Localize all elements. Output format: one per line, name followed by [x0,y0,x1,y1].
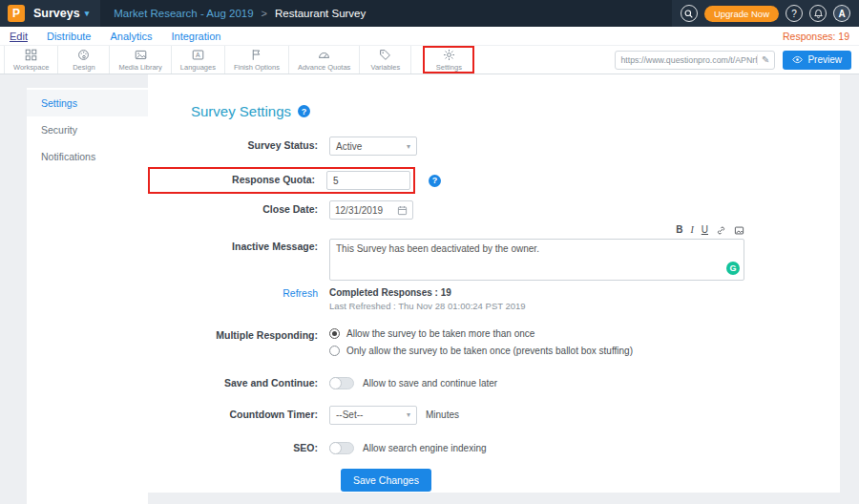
tab-edit[interactable]: Edit [10,31,28,42]
quota-gauge-icon [318,48,330,61]
response-quota-label: Response Quota: [150,174,326,187]
avatar[interactable]: A [833,5,850,22]
survey-toolbar: Workspace Design Media Library A Languag… [0,46,859,74]
refresh-row: Refresh Completed Responses : 19 Last Re… [148,287,840,311]
countdown-timer-row: Countdown Timer: --Set-- ▾ Minutes [148,406,840,425]
breadcrumb-folder[interactable]: Market Research - Aug 2019 [114,8,253,19]
survey-status-row: Survey Status: Active ▾ [148,136,840,156]
questionpro-app: P Surveys ▾ Market Research - Aug 2019 >… [0,0,859,504]
main-nav: Edit Distribute Analytics Integration Re… [0,27,859,46]
seo-label: SEO: [148,442,329,455]
close-date-input[interactable]: 12/31/2019 [329,200,413,220]
toolbar-item-workspace[interactable]: Workspace [4,46,58,74]
countdown-timer-select[interactable]: --Set-- ▾ [329,406,417,425]
grammarly-icon[interactable]: G [726,262,740,275]
last-refreshed-text: Last Refreshed : Thu Nov 28 01:00:24 PST… [329,301,526,311]
countdown-minutes-text: Minutes [426,410,459,420]
upgrade-now-button[interactable]: Upgrade Now [704,6,779,22]
surveys-menu[interactable]: Surveys ▾ [33,7,89,20]
sidebar-item-security[interactable]: Security [27,116,148,143]
survey-status-select[interactable]: Active ▾ [329,136,417,156]
seo-toggle[interactable] [329,442,354,454]
toolbar-item-settings[interactable]: Settings [423,46,474,74]
workspace-grid-icon [25,48,37,61]
toolbar-label: Design [73,63,94,72]
panel-title-row: Survey Settings ? [191,103,840,119]
toolbar-item-variables[interactable]: Variables [360,46,411,74]
tab-distribute[interactable]: Distribute [47,31,91,42]
page-title: Survey Settings [191,103,291,119]
preview-button[interactable]: Preview [783,51,851,70]
help-icon[interactable]: ? [786,5,803,22]
edit-url-pencil-icon[interactable]: ✎ [757,54,769,65]
save-changes-button[interactable]: Save Changes [341,469,431,492]
inactive-message-row: Inactive Message: B I U This [148,224,840,281]
save-continue-text: Allow to save and continue later [363,378,497,388]
multiple-responding-options: Allow the survey to be taken more than o… [329,328,633,356]
save-continue-toggle[interactable] [329,377,354,389]
seo-row: SEO: Allow search engine indexing [148,442,840,455]
toolbar-right-group: https://www.questionpro.com/t/APNrfZ ✎ P… [615,46,859,74]
toolbar-item-media-library[interactable]: Media Library [110,46,171,74]
inactive-message-label: Inactive Message: [148,224,329,254]
notifications-bell-icon[interactable] [809,5,827,22]
calendar-icon [397,205,408,216]
toolbar-item-advance-quotas[interactable]: Advance Quotas [289,46,360,74]
bold-button[interactable]: B [676,225,682,235]
response-quota-help-icon[interactable]: ? [429,175,441,187]
refresh-link[interactable]: Refresh [283,287,318,299]
title-help-icon[interactable]: ? [298,105,310,117]
breadcrumb-separator: > [262,8,267,19]
inactive-message-textarea[interactable]: This Survey has been deactivated by the … [329,239,744,281]
help-glyph: ? [791,9,797,19]
toolbar-label: Media Library [118,63,161,72]
save-button-row: Save Changes [341,469,840,492]
questionpro-logo[interactable]: P [8,5,25,22]
toolbar-item-finish-options[interactable]: Finish Options [225,46,289,74]
inactive-message-field-wrap: This Survey has been deactivated by the … [329,239,744,281]
toolbar-label: Languages [180,63,216,72]
link-icon[interactable] [716,225,726,236]
chevron-down-icon: ▾ [85,9,90,18]
countdown-timer-label: Countdown Timer: [148,409,329,422]
multiple-responding-label: Multiple Responding: [148,328,329,343]
top-bar: P Surveys ▾ Market Research - Aug 2019 >… [0,0,859,27]
toggle-knob [329,377,342,389]
sidebar-item-notifications[interactable]: Notifications [27,143,148,170]
refresh-label-cell: Refresh [148,287,329,301]
toolbar-item-design[interactable]: Design [58,46,110,74]
eye-icon [792,54,803,65]
finish-flag-icon [250,48,262,61]
editor-format-toolbar: B I U [329,224,744,236]
response-quota-input[interactable] [326,171,410,190]
topbar-actions: Upgrade Now ? A [672,5,859,22]
radio-option-multiple-allowed[interactable]: Allow the survey to be taken more than o… [329,328,633,339]
radio-unchecked-icon[interactable] [329,346,340,356]
sidebar-item-settings[interactable]: Settings [27,90,148,116]
survey-url-text: https://www.questionpro.com/t/APNrfZ [620,55,757,65]
radio-option-label: Only allow the survey to be taken once (… [346,346,633,356]
underline-button[interactable]: U [702,225,708,235]
toolbar-label: Advance Quotas [298,63,350,72]
image-insert-icon[interactable] [734,225,744,236]
completed-responses-text: Completed Responses : 19 [329,287,526,298]
survey-settings-panel: Survey Settings ? Survey Status: Active … [148,74,840,493]
design-palette-icon [77,48,90,61]
languages-icon: A [192,48,204,61]
chevron-down-icon: ▾ [407,142,410,151]
responses-count[interactable]: Responses: 19 [783,31,849,42]
annotation-box-response-quota: Response Quota: [148,167,415,194]
tab-analytics[interactable]: Analytics [110,31,152,42]
close-date-row: Close Date: 12/31/2019 [148,200,840,220]
search-icon[interactable] [681,5,698,22]
tab-integration[interactable]: Integration [171,31,220,42]
toolbar-label: Workspace [13,63,49,72]
italic-button[interactable]: I [690,225,693,235]
toolbar-label: Finish Options [234,63,280,72]
survey-url-field[interactable]: https://www.questionpro.com/t/APNrfZ ✎ [615,51,775,70]
svg-text:A: A [196,51,200,57]
radio-option-once-only[interactable]: Only allow the survey to be taken once (… [329,346,633,356]
avatar-letter: A [838,9,845,19]
radio-checked-icon[interactable] [329,328,340,339]
toolbar-item-languages[interactable]: A Languages [172,46,225,74]
